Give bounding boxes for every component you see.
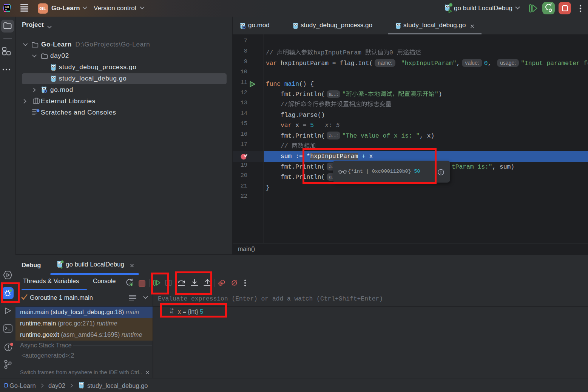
- svg-text:GO: GO: [5, 6, 9, 8]
